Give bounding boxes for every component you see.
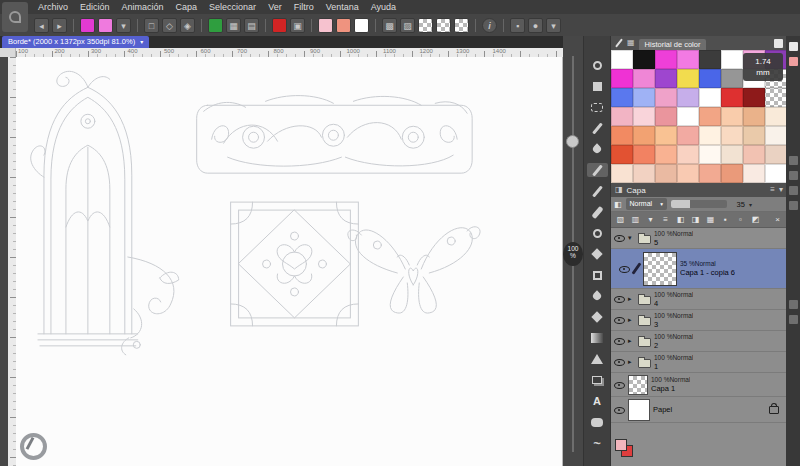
visibility-eye-icon[interactable] [614,294,625,304]
color-swatch[interactable] [699,69,721,88]
visibility-eye-icon[interactable] [614,405,625,415]
pencil-tool[interactable] [587,184,608,198]
document-tab[interactable]: Borde* (2000 x 1372px 350dpi 81.0%) ▾ [2,36,149,48]
slider-handle[interactable] [566,135,579,148]
pattern-icon-1[interactable]: ▩ [382,18,397,33]
merge-down-icon[interactable]: ≡ [659,214,672,226]
main-color-swatch[interactable] [80,18,95,33]
color-swatch[interactable] [743,164,765,183]
deselect-icon[interactable]: ◇ [162,18,177,33]
new-folder-icon[interactable]: ▥ [629,214,642,226]
color-swatch[interactable] [633,107,655,126]
color-swatch[interactable] [699,164,721,183]
invert-selection-icon[interactable]: ◈ [180,18,195,33]
menu-item-seleccionar[interactable]: Seleccionar [203,0,262,14]
layer-thumbnail[interactable] [643,252,677,286]
delete-layer-icon[interactable]: × [771,214,784,226]
airbrush-tool[interactable] [587,226,608,240]
transparent-checker-icon-3[interactable] [454,18,469,33]
set-layer-color-icon[interactable]: ◩ [749,214,762,226]
expand-arrow-icon[interactable]: ▾ [628,234,635,242]
tab-caret-icon[interactable]: ▾ [140,36,143,48]
menu-item-animación[interactable]: Animación [116,0,170,14]
color-swatch[interactable] [765,164,787,183]
color-swatch[interactable] [699,50,721,69]
layer-row-selected[interactable]: 35 %Normal Capa 1 - copia 6 [611,249,787,289]
color-swatch[interactable] [743,126,765,145]
color-swatch[interactable] [721,107,743,126]
undo-icon[interactable]: ◂ [34,18,49,33]
dock-panel-white-icon[interactable] [789,42,798,51]
color-swatch[interactable] [743,145,765,164]
color-swatch[interactable] [655,145,677,164]
fill-tool[interactable] [587,310,608,324]
lock-transparent-icon[interactable]: ▫ [734,214,747,226]
color-swatch[interactable] [633,69,655,88]
color-swatch[interactable] [611,145,633,164]
color-swatch[interactable] [633,145,655,164]
blend-tool[interactable] [587,289,608,303]
color-swatch[interactable] [655,88,677,107]
dock-panel-icon-3[interactable] [789,156,798,165]
opacity-caret-icon[interactable]: ▾ [749,201,752,208]
ruler-toggle-icon[interactable]: ▤ [244,18,259,33]
color-swatch[interactable] [611,126,633,145]
color-swatch[interactable] [699,88,721,107]
layer-row-folder-1[interactable]: ▸ 100 %Normal 1 [611,352,787,373]
frame-border-tool[interactable] [587,373,608,387]
color-swatch[interactable] [655,69,677,88]
operation-tool[interactable] [587,58,608,72]
expand-arrow-icon[interactable]: ▸ [628,316,635,324]
popout-panel-icon[interactable] [774,39,783,48]
decoration-tool[interactable] [587,247,608,261]
menu-item-edición[interactable]: Edición [74,0,116,14]
color-swatch[interactable] [721,164,743,183]
color-dropdown-caret-icon[interactable]: ▾ [116,18,131,33]
color-swatch[interactable] [765,145,787,164]
two-pane-icon[interactable]: ▦ [704,214,717,226]
transparent-checker-icon-1[interactable] [418,18,433,33]
canvas[interactable] [16,57,563,466]
panel-collapse-icon[interactable]: ▾ [779,183,783,197]
panel-caret-icon[interactable]: ▾ [546,18,561,33]
color-swatch[interactable] [721,69,743,88]
move-tool[interactable] [587,79,608,93]
layer-row-folder-2[interactable]: ▸ 100 %Normal 2 [611,331,787,352]
dock-panel-icon-6[interactable] [789,201,798,210]
chip-salmon-swatch[interactable] [336,18,351,33]
visibility-eye-icon[interactable] [619,264,630,274]
sub-color-swatch[interactable] [98,18,113,33]
visibility-eye-icon[interactable] [614,233,625,243]
color-swatch[interactable] [633,50,655,69]
palette-mini-icon[interactable]: ▣ [290,18,305,33]
tab-color-history[interactable]: Historial de color [639,39,707,50]
layer-mask-icon[interactable]: ◧ [674,214,687,226]
redo-icon[interactable]: ▸ [52,18,67,33]
text-tool[interactable]: A [587,394,608,408]
color-swatch[interactable] [633,164,655,183]
menu-item-ayuda[interactable]: Ayuda [365,0,402,14]
layer-row-folder-5[interactable]: ▾ 100 %Normal 5 [611,228,787,249]
transparent-checker-icon-2[interactable] [436,18,451,33]
color-swatch[interactable] [677,88,699,107]
gradient-tool[interactable] [587,331,608,345]
layer-row-folder-3[interactable]: ▸ 100 %Normal 3 [611,310,787,331]
color-swatch[interactable] [655,164,677,183]
color-swatch[interactable] [765,107,787,126]
auto-select-tool[interactable] [587,121,608,135]
color-swatch[interactable] [633,88,655,107]
pen-tool[interactable] [587,163,608,177]
info-icon[interactable]: i [482,18,497,33]
palette-grid-icon[interactable]: ▦ [627,36,635,50]
grid-toggle-icon[interactable]: ▦ [226,18,241,33]
selection-tool[interactable] [587,100,608,114]
dock-panel-pink-icon[interactable] [789,57,798,66]
color-swatch[interactable] [699,126,721,145]
red-color-swatch[interactable] [272,18,287,33]
layer-row-folder-4[interactable]: ▸ 100 %Normal 4 [611,289,787,310]
color-swatch[interactable] [721,145,743,164]
color-swatch[interactable] [611,107,633,126]
brush-size-icon[interactable]: ● [528,18,543,33]
eraser-tool[interactable] [587,268,608,282]
color-swatch[interactable] [655,107,677,126]
